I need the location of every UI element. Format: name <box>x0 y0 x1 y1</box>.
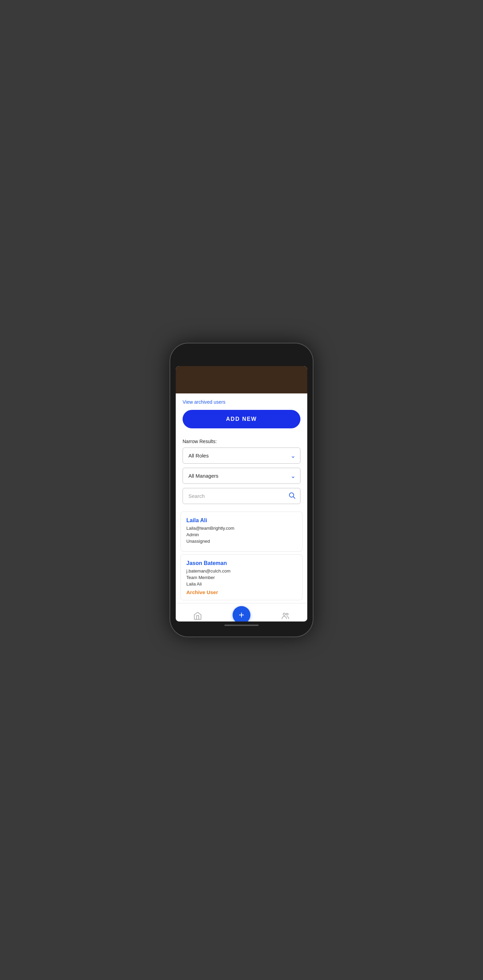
search-icon-button[interactable] <box>288 492 296 501</box>
nav-quick-actions[interactable]: + Quick actions <box>229 606 254 622</box>
phone-screen: View archived users ADD NEW Narrow Resul… <box>176 366 307 622</box>
home-bar <box>225 625 259 626</box>
plus-icon: + <box>239 609 244 620</box>
managers-dropdown-wrapper: All ManagersLaila Ali ⌄ <box>183 468 300 484</box>
quick-actions-fab[interactable]: + <box>233 606 250 622</box>
notch <box>221 352 262 358</box>
home-icon <box>193 611 202 620</box>
filters-section: Narrow Results: All RolesAdminTeam Membe… <box>176 439 307 506</box>
notch-area <box>176 349 307 366</box>
nav-team[interactable]: Team <box>273 611 297 622</box>
svg-point-3 <box>286 613 288 615</box>
view-archived-link[interactable]: View archived users <box>183 399 225 405</box>
user-name: Jason Bateman <box>187 560 296 566</box>
search-icon <box>288 492 296 499</box>
user-name: Laila Ali <box>187 517 296 523</box>
user-role: Team Member <box>187 575 296 580</box>
user-manager: Unassigned <box>187 539 296 544</box>
roles-dropdown[interactable]: All RolesAdminTeam Member <box>183 447 300 464</box>
user-email: j.bateman@culch.com <box>187 568 296 574</box>
user-role: Admin <box>187 532 296 537</box>
top-dark-area <box>176 366 307 393</box>
archive-user-link[interactable]: Archive User <box>187 589 296 595</box>
svg-point-2 <box>283 613 286 615</box>
narrow-results-label: Narrow Results: <box>183 439 300 444</box>
header-section: View archived users ADD NEW <box>176 393 307 439</box>
user-manager: Laila Ali <box>187 581 296 587</box>
add-new-button[interactable]: ADD NEW <box>183 410 300 428</box>
user-card[interactable]: Jason Bateman j.bateman@culch.com Team M… <box>180 554 303 600</box>
user-list: Laila Ali Laila@teamBrightly.com Admin U… <box>176 509 307 603</box>
search-wrapper <box>183 488 300 504</box>
home-bar-area <box>176 622 307 631</box>
team-icon <box>281 611 290 620</box>
user-email: Laila@teamBrightly.com <box>187 526 296 531</box>
managers-dropdown[interactable]: All ManagersLaila Ali <box>183 468 300 484</box>
search-input[interactable] <box>183 488 300 504</box>
roles-dropdown-wrapper: All RolesAdminTeam Member ⌄ <box>183 447 300 464</box>
bottom-nav: Dashboard + Quick actions Team <box>176 603 307 622</box>
svg-line-1 <box>293 496 295 498</box>
user-card[interactable]: Laila Ali Laila@teamBrightly.com Admin U… <box>180 512 303 552</box>
screen-content: View archived users ADD NEW Narrow Resul… <box>176 393 307 622</box>
phone-frame: View archived users ADD NEW Narrow Resul… <box>170 343 314 637</box>
nav-dashboard[interactable]: Dashboard <box>186 611 210 622</box>
